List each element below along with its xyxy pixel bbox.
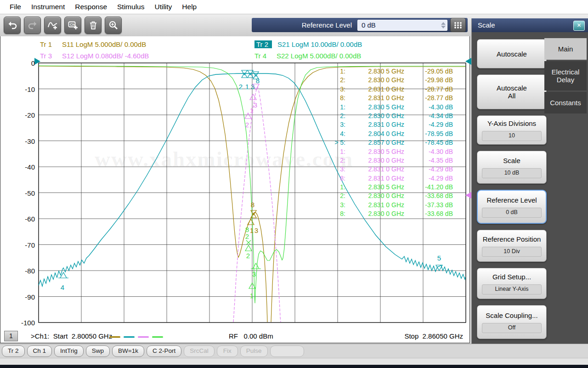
menu-item-stimulus[interactable]: Stimulus <box>112 3 149 11</box>
status-ch-1-button[interactable]: Ch 1 <box>27 345 52 357</box>
zoom-icon <box>108 20 119 31</box>
trace-color-legend <box>109 336 163 338</box>
marker-number: 8: <box>334 174 345 183</box>
undo-button[interactable] <box>4 17 21 34</box>
tab-main[interactable]: Main <box>544 38 587 60</box>
scale-coupling-button[interactable]: Scale Coupling...Off <box>477 305 547 339</box>
reference-level-button[interactable]: Reference Level0 dB <box>477 190 547 224</box>
marker-value: -33.68 dB <box>404 209 453 218</box>
marker-value: -33.68 dB <box>404 192 453 200</box>
button-value: 10 dB <box>482 168 542 178</box>
add-trace-icon <box>47 20 58 31</box>
status-tr-2-button[interactable]: Tr 2 <box>2 345 25 357</box>
autoscale-button[interactable]: Autoscale <box>477 39 547 68</box>
marker-frequency: 2.831 0 GHz <box>345 94 404 102</box>
status-swp-button[interactable]: Swp <box>86 345 110 357</box>
marker-number: 1: <box>334 67 345 76</box>
zoom-button[interactable] <box>105 17 122 34</box>
marker-number: 3: <box>334 165 345 174</box>
marker-row: 3:2.831 0 GHz-28.77 dB <box>334 85 453 94</box>
redo-button[interactable] <box>24 17 41 34</box>
menu-item-file[interactable]: File <box>5 3 26 11</box>
button-label: Grid Setup... <box>492 273 531 281</box>
channel-stop-label: Stop 2.86050 GHz <box>404 332 463 340</box>
marker-number: 8: <box>334 94 345 102</box>
status-bw-1k-button[interactable]: BW=1k <box>112 345 144 357</box>
legend-dash-tr3 <box>138 336 149 338</box>
menu-item-help[interactable]: Help <box>177 3 202 11</box>
add-channel-button[interactable]: Ch <box>64 17 81 34</box>
keypad-button[interactable] <box>450 18 466 32</box>
marker-frequency: 2.831 0 GHz <box>345 201 404 209</box>
y-axis-divisions-button[interactable]: Y-Axis Divisions10 <box>477 115 547 145</box>
y-axis-label: -40 <box>12 163 35 171</box>
scale-buttons: AutoscaleAutoscale AllY-Axis Divisions10… <box>477 39 547 339</box>
marker-value: -4.34 dB <box>404 112 453 120</box>
autoscale-all-button[interactable]: Autoscale All <box>477 74 547 109</box>
status-inttrig-button[interactable]: IntTrig <box>54 345 84 357</box>
button-label: Reference Level <box>486 196 537 204</box>
keypad-icon <box>453 21 463 29</box>
scale-panel-title: Scale ✕ <box>472 18 588 32</box>
spinner-control[interactable] <box>440 20 447 30</box>
marker-value: -4.29 dB <box>404 120 453 129</box>
marker-number: 2: <box>334 112 345 120</box>
close-button[interactable]: ✕ <box>573 21 585 31</box>
delete-button[interactable] <box>85 17 102 34</box>
scale-panel: Scale ✕ AutoscaleAutoscale AllY-Axis Div… <box>471 18 588 344</box>
channel-tab-1[interactable]: 1 <box>4 331 18 341</box>
status-c-2-port-button[interactable]: C 2-Port <box>147 345 181 357</box>
trace-label-tr1[interactable]: Tr 1S11 LogM 5.000dB/ 0.00dB <box>40 40 146 48</box>
marker-row: 2:2.830 0 GHz-29.98 dB <box>334 76 453 85</box>
marker-value: -78.45 dB <box>404 138 453 147</box>
marker-number: 8: <box>334 209 345 218</box>
y-axis-label: -80 <box>12 267 35 275</box>
tab-electrical-delay[interactable]: Electrical Delay <box>544 61 587 91</box>
button-value: 10 Div <box>482 247 542 257</box>
button-label: Scale <box>503 157 520 164</box>
status-pulse-button[interactable]: Pulse <box>240 345 268 357</box>
marker-value: -29.98 dB <box>404 76 453 85</box>
status-fix-button[interactable]: Fix <box>217 345 238 357</box>
menu-item-instrument[interactable]: Instrument <box>26 3 70 11</box>
tab-constants[interactable]: Constants <box>544 92 587 113</box>
trace-label-tr3[interactable]: Tr 3S12 LogM 0.080dB/ -4.60dB <box>40 52 149 60</box>
status-srccal-button[interactable]: SrcCal <box>184 345 215 357</box>
marker-frequency: 2.830 5 GHz <box>345 183 404 192</box>
menu-item-response[interactable]: Response <box>70 3 112 11</box>
marker-number: 2: <box>334 192 345 200</box>
marker-number: 2: <box>334 156 345 165</box>
delete-icon <box>88 20 99 31</box>
button-label: Autoscale All <box>497 84 527 100</box>
grid-setup-button[interactable]: Grid Setup...Linear Y-Axis <box>477 268 547 299</box>
spinner-up-icon <box>441 22 446 25</box>
trace-label-tr2[interactable]: Tr 2S21 LogM 10.00dB/ 0.00dB <box>254 40 362 48</box>
marker-row: 1:2.830 5 GHz-4.30 dB <box>334 103 453 112</box>
status-blank-button[interactable] <box>270 345 304 357</box>
trace-id-tr1[interactable]: Tr 1 <box>40 40 57 48</box>
trace-id-tr3[interactable]: Tr 3 <box>40 52 57 60</box>
marker-frequency: 2.830 5 GHz <box>345 103 404 112</box>
button-value: Linear Y-Axis <box>482 284 542 294</box>
trace-desc-tr4: S22 LogM 5.000dB/ 0.00dB <box>277 52 361 60</box>
marker-number: 1: <box>334 147 345 156</box>
marker-row: 3:2.831 0 GHz-4.29 dB <box>334 120 453 129</box>
spinner-down-icon <box>441 26 446 28</box>
add-channel-icon: Ch <box>68 20 79 31</box>
reference-level-input[interactable]: 0 dB <box>357 20 447 31</box>
marker-row: 8:2.831 0 GHz-4.29 dB <box>334 174 453 183</box>
reference-position-button[interactable]: Reference Position10 Div <box>477 230 547 262</box>
trace-id-tr4[interactable]: Tr 4 <box>254 52 271 60</box>
marker-row: 1:2.830 5 GHz-4.30 dB <box>334 147 453 156</box>
menu-item-utility[interactable]: Utility <box>149 3 177 11</box>
trace-id-tr2[interactable]: Tr 2 <box>254 40 272 48</box>
marker-frequency: 2.857 0 GHz <box>345 138 404 147</box>
trace-label-tr4[interactable]: Tr 4S22 LogM 5.000dB/ 0.00dB <box>254 52 361 60</box>
add-trace-button[interactable] <box>44 17 61 34</box>
button-value: 0 dB <box>482 208 542 218</box>
marker-value: -4.30 dB <box>404 103 453 112</box>
button-value: Off <box>482 323 542 333</box>
scale-button[interactable]: Scale10 dB <box>477 151 547 184</box>
channel-start-label: >Ch1: Start 2.80050 GHz <box>31 332 112 340</box>
button-label: Scale Coupling... <box>486 311 537 319</box>
